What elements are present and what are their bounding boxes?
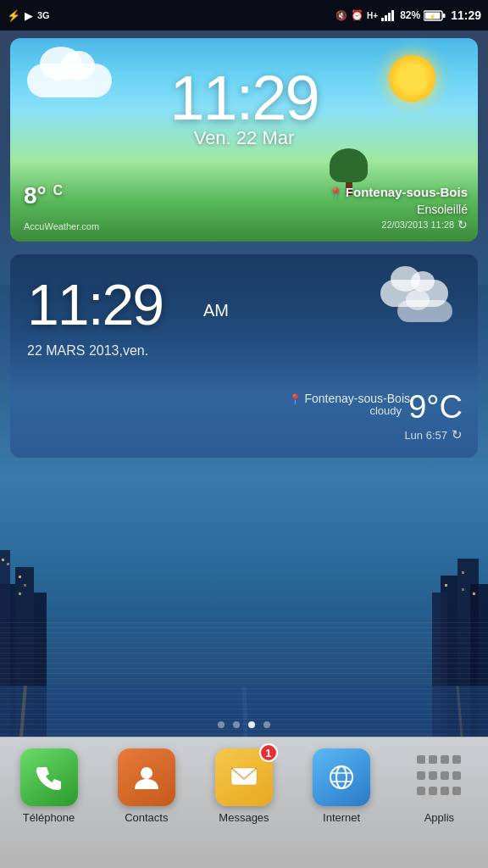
status-left: ⚡ ▶ 3G [7,9,50,22]
phone-icon[interactable] [20,748,78,806]
dock: Téléphone Contacts 1 Messages [0,737,488,868]
dock-item-apps[interactable]: Applis [399,748,480,824]
cloud-icon-widget [380,280,452,322]
dock-item-internet[interactable]: Internet [302,748,382,824]
usb-icon: ⚡ [7,9,20,22]
widget-top-updated: 22/03/2013 11:28 ↻ [381,218,468,231]
svg-rect-7 [24,584,26,587]
svg-rect-8 [19,593,21,595]
svg-text:⚡: ⚡ [429,13,436,20]
svg-point-31 [330,766,352,788]
svg-point-32 [336,766,347,788]
page-dot-3[interactable] [248,721,255,728]
messages-badge: 1 [259,743,278,762]
svg-rect-15 [473,593,475,595]
refresh-icon-bottom[interactable]: ↻ [452,427,463,442]
widget-bottom-condition: cloudy [369,404,402,417]
widget-bottom-sunrise: Lun 6:57 ↻ [404,427,463,442]
widget-top-temperature: 8° C [24,182,63,209]
dock-item-phone[interactable]: Téléphone [8,748,89,824]
signal-icon [381,9,396,21]
contacts-icon[interactable] [118,748,175,806]
contacts-label: Contacts [125,811,168,824]
play-icon: ▶ [25,9,33,22]
svg-rect-24 [391,10,394,21]
messages-label: Messages [219,811,269,824]
widget-bottom-location: 📍 Fontenay-sous-Bois [289,392,410,405]
status-bar: ⚡ ▶ 3G 🔇 ⏰ H+ 82% ⚡ 11:29 [0,0,488,31]
weather-clock-widget-top[interactable]: 11:29 Ven. 22 Mar 8° C 📍 Fontenay-sous-B… [10,38,478,242]
3g-badge: 3G [37,10,50,20]
internet-label: Internet [323,811,360,824]
widget-top-time: 11:29 [10,62,478,134]
page-indicator [0,721,488,728]
internet-icon[interactable] [313,748,370,806]
svg-rect-23 [388,13,391,21]
alarm-icon: ⏰ [351,9,363,21]
phone-label: Téléphone [23,811,75,824]
dock-item-contacts[interactable]: Contacts [106,748,186,824]
status-time: 11:29 [451,8,481,22]
widget-bottom-temperature: 9°C [408,389,463,426]
widget-top-location: 📍 Fontenay-sous-Bois [330,185,468,199]
page-dot-4[interactable] [263,721,270,728]
acuweather-label: AccuWeather.com [24,221,99,231]
svg-rect-22 [385,15,387,21]
weather-clock-widget-bottom[interactable]: 11:29 AM 22 MARS 2013,ven. 📍 Fontenay-so… [10,254,478,458]
hplus-icon: H+ [367,11,378,20]
widget-bottom-date: 22 MARS 2013,ven. [27,343,148,359]
apps-icon[interactable] [410,748,468,806]
widget-top-condition: Ensoleillé [417,203,468,216]
page-dot-2[interactable] [233,721,240,728]
svg-point-29 [141,767,152,779]
apps-label: Applis [424,811,454,824]
messages-icon[interactable]: 1 [215,748,273,806]
svg-rect-13 [445,584,447,587]
svg-rect-5 [7,563,9,565]
mute-icon: 🔇 [336,10,347,21]
svg-rect-4 [2,559,4,561]
battery-percent: 82% [400,9,420,21]
svg-rect-27 [443,14,446,18]
widget-top-date: Ven. 22 Mar [10,127,478,149]
page-dot-1[interactable] [218,721,225,728]
svg-rect-6 [19,576,21,578]
battery-icon: ⚡ [424,10,446,21]
svg-rect-14 [462,571,464,574]
svg-rect-21 [381,18,384,21]
status-right: 🔇 ⏰ H+ 82% ⚡ 11:29 [336,8,481,22]
widget-bottom-ampm: AM [203,301,229,320]
apps-grid [410,748,468,806]
dock-item-messages[interactable]: 1 Messages [203,748,284,824]
refresh-icon-top[interactable]: ↻ [458,218,468,231]
widget-bottom-time: 11:29 [27,271,163,337]
svg-rect-16 [462,588,464,591]
reflection-lines [0,618,488,737]
